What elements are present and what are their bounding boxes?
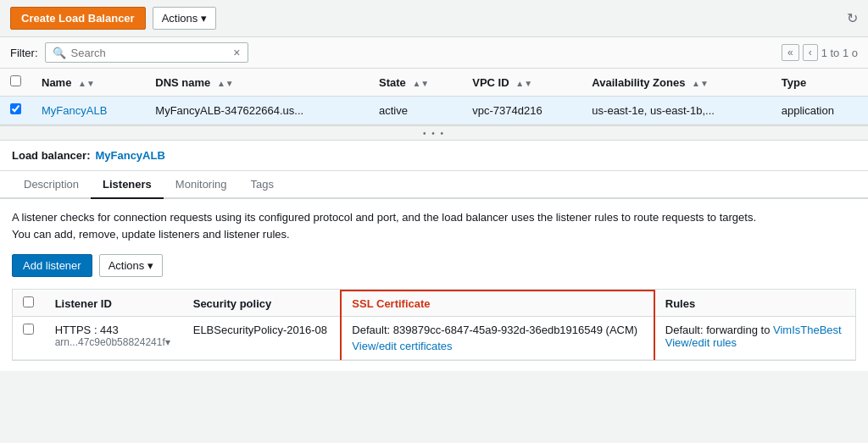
- top-toolbar: Create Load Balancer Actions ▾ ↻: [0, 0, 868, 37]
- listener-header-row: Listener ID Security policy SSL Certific…: [13, 291, 855, 317]
- sort-az-icon: ▲▼: [692, 79, 709, 88]
- col-header-az[interactable]: Availability Zones ▲▼: [581, 69, 771, 97]
- rules-default-label: Default:: [665, 324, 704, 336]
- col-rules: Rules: [654, 291, 855, 317]
- filter-left: Filter: 🔍 ×: [10, 42, 248, 63]
- col-header-vpc-id[interactable]: VPC ID ▲▼: [462, 69, 581, 97]
- select-all-header: [0, 69, 31, 97]
- listener-action-bar: Add listener Actions ▾: [12, 254, 856, 277]
- listener-table: Listener ID Security policy SSL Certific…: [13, 290, 855, 360]
- search-input[interactable]: [71, 47, 229, 59]
- tab-description[interactable]: Description: [12, 171, 91, 199]
- col-ssl-certificate: SSL Certificate: [341, 291, 654, 317]
- rules-cell: Default: forwarding to VimIsTheBest View…: [654, 317, 855, 360]
- resize-divider[interactable]: • • •: [0, 125, 868, 141]
- lb-name-link[interactable]: MyFancyALB: [42, 104, 107, 117]
- cell-dns-name: MyFancyALB-347622664.us...: [145, 97, 369, 125]
- tab-monitoring[interactable]: Monitoring: [164, 171, 239, 199]
- listeners-description: A listener checks for connection request…: [12, 209, 775, 242]
- row-checkbox[interactable]: [10, 103, 21, 114]
- ssl-cert-cell: Default: 839879cc-6847-45a9-932d-36edb19…: [341, 317, 654, 360]
- search-icon: 🔍: [53, 47, 66, 59]
- lb-header: Load balancer: MyFancyALB: [0, 141, 868, 171]
- detail-panel: Load balancer: MyFancyALB Description Li…: [0, 141, 868, 371]
- col-listener-id: Listener ID: [45, 291, 183, 317]
- tab-listeners[interactable]: Listeners: [91, 171, 164, 199]
- sort-state-icon: ▲▼: [412, 79, 429, 88]
- refresh-icon[interactable]: ↻: [847, 10, 858, 26]
- actions-arrow-listener: ▾: [147, 259, 153, 272]
- tab-tags[interactable]: Tags: [239, 171, 286, 199]
- listener-select-all[interactable]: [23, 296, 34, 307]
- col-header-state[interactable]: State ▲▼: [369, 69, 462, 97]
- listener-row: HTTPS : 443 arn...47c9e0b58824241f▾ ELBS…: [13, 317, 855, 360]
- rules-action: forwarding to: [706, 324, 770, 336]
- listener-arn: arn...47c9e0b58824241f▾: [55, 336, 173, 348]
- listener-table-container: Listener ID Security policy SSL Certific…: [12, 289, 856, 361]
- select-all-checkbox[interactable]: [10, 75, 21, 86]
- col-header-dns-name[interactable]: DNS name ▲▼: [145, 69, 369, 97]
- first-page-button[interactable]: «: [782, 44, 799, 61]
- cell-name: MyFancyALB: [31, 97, 145, 125]
- listener-protocol-port: HTTPS : 443: [55, 324, 173, 336]
- cell-vpc-id: vpc-7374d216: [462, 97, 581, 125]
- add-listener-button[interactable]: Add listener: [12, 254, 92, 277]
- filter-label: Filter:: [10, 47, 38, 59]
- pagination-text: 1 to 1 o: [821, 47, 858, 59]
- rules-target-link[interactable]: VimIsTheBest: [773, 324, 842, 336]
- listener-row-check: [13, 317, 45, 360]
- listener-id-cell: HTTPS : 443 arn...47c9e0b58824241f▾: [45, 317, 183, 360]
- load-balancers-table: Name ▲▼ DNS name ▲▼ State ▲▼ VPC ID ▲▼ A…: [0, 69, 868, 125]
- cert-info: Default: 839879cc-6847-45a9-932d-36edb19…: [352, 324, 643, 336]
- create-load-balancer-button[interactable]: Create Load Balancer: [10, 7, 146, 30]
- actions-button-top[interactable]: Actions ▾: [153, 7, 217, 30]
- actions-arrow-top: ▾: [201, 12, 207, 25]
- listener-checkbox[interactable]: [23, 324, 34, 335]
- load-balancers-table-container: Name ▲▼ DNS name ▲▼ State ▲▼ VPC ID ▲▼ A…: [0, 69, 868, 125]
- col-security-policy: Security policy: [183, 291, 342, 317]
- clear-search-button[interactable]: ×: [233, 46, 240, 59]
- security-policy-cell: ELBSecurityPolicy-2016-08: [183, 317, 342, 360]
- pagination: « ‹ 1 to 1 o: [782, 44, 858, 61]
- row-checkbox-cell: [0, 97, 31, 125]
- col-header-type: Type: [771, 69, 868, 97]
- actions-button-listener[interactable]: Actions ▾: [99, 254, 164, 277]
- filter-bar: Filter: 🔍 × « ‹ 1 to 1 o: [0, 37, 868, 69]
- divider-dots: • • •: [423, 129, 445, 138]
- cert-value: 839879cc-6847-45a9-932d-36edb1916549 (AC…: [393, 324, 637, 336]
- sort-dns-icon: ▲▼: [217, 79, 234, 88]
- view-edit-rules-link[interactable]: View/edit rules: [665, 336, 737, 349]
- listener-check-header: [13, 291, 45, 317]
- table-header-row: Name ▲▼ DNS name ▲▼ State ▲▼ VPC ID ▲▼ A…: [0, 69, 868, 97]
- cert-default-label: Default:: [352, 324, 390, 336]
- sort-vpc-icon: ▲▼: [515, 79, 532, 88]
- listeners-tab-content: A listener checks for connection request…: [0, 199, 868, 371]
- cell-type: application: [771, 97, 868, 125]
- col-header-name[interactable]: Name ▲▼: [31, 69, 145, 97]
- prev-page-button[interactable]: ‹: [803, 44, 818, 61]
- cell-state: active: [369, 97, 462, 125]
- lb-label: Load balancer:: [12, 149, 90, 162]
- table-row[interactable]: MyFancyALB MyFancyALB-347622664.us... ac…: [0, 97, 868, 125]
- view-edit-certificates-link[interactable]: View/edit certificates: [352, 340, 643, 352]
- actions-label-top: Actions: [162, 12, 198, 25]
- sort-name-icon: ▲▼: [78, 79, 95, 88]
- lb-name-detail[interactable]: MyFancyALB: [95, 149, 164, 162]
- search-box: 🔍 ×: [45, 42, 248, 63]
- actions-label-listener: Actions: [108, 259, 145, 272]
- cell-az: us-east-1e, us-east-1b,...: [581, 97, 771, 125]
- rules-default: Default: forwarding to VimIsTheBest: [665, 324, 845, 336]
- tabs-bar: Description Listeners Monitoring Tags: [0, 171, 868, 199]
